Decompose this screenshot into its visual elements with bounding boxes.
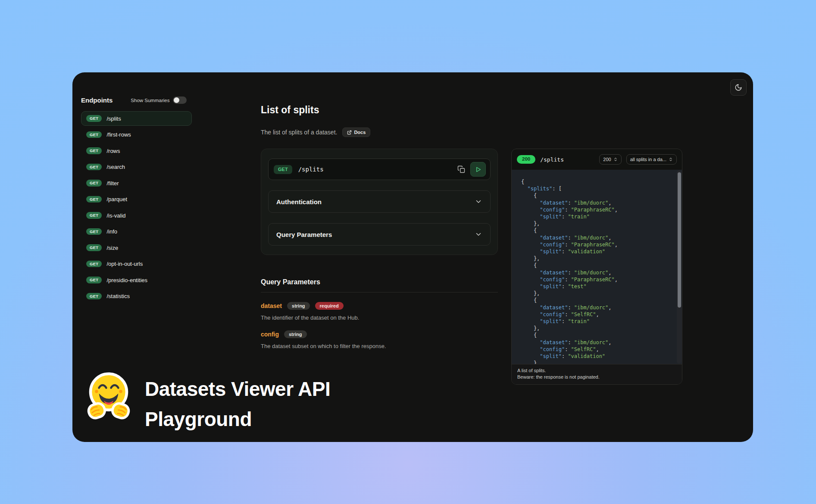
endpoint-path: /parquet bbox=[106, 196, 127, 202]
query-parameters-heading: Query Parameters bbox=[261, 278, 498, 292]
status-badge: 200 bbox=[517, 155, 535, 164]
parameter-name: config bbox=[261, 331, 279, 338]
sidebar-item-size[interactable]: GET/size bbox=[81, 240, 192, 255]
method-badge: GET bbox=[86, 277, 102, 283]
sidebar-item-is-valid[interactable]: GET/is-valid bbox=[81, 208, 192, 223]
method-badge: GET bbox=[274, 165, 292, 174]
up-down-chevrons-icon bbox=[669, 157, 673, 162]
show-summaries-toggle[interactable] bbox=[173, 96, 187, 104]
parameter-required-badge: required bbox=[315, 302, 344, 310]
method-badge: GET bbox=[86, 293, 102, 300]
app-title: Datasets Viewer API Playground bbox=[145, 370, 330, 434]
hugging-face-logo bbox=[84, 370, 133, 422]
copy-button[interactable] bbox=[456, 164, 467, 175]
endpoint-path: /is-valid bbox=[106, 212, 125, 219]
sidebar-item-first-rows[interactable]: GET/first-rows bbox=[81, 128, 192, 142]
moon-icon bbox=[735, 84, 742, 91]
method-badge: GET bbox=[86, 180, 102, 187]
external-link-icon bbox=[347, 130, 352, 135]
endpoint-path: /filter bbox=[106, 180, 119, 187]
response-header: 200 /splits 200 all splits in a da... bbox=[512, 149, 682, 170]
method-badge: GET bbox=[86, 244, 102, 251]
method-badge: GET bbox=[86, 228, 102, 235]
parameter-config: configstringThe dataset subset on which … bbox=[261, 330, 498, 349]
status-code-select-value: 200 bbox=[603, 157, 611, 162]
docs-button-label: Docs bbox=[354, 130, 366, 135]
docs-button[interactable]: Docs bbox=[342, 128, 370, 137]
parameter-dataset: datasetstringrequiredThe identifier of t… bbox=[261, 302, 498, 321]
branding: Datasets Viewer API Playground bbox=[84, 370, 330, 434]
sidebar-item-presidio-entities[interactable]: GET/presidio-entities bbox=[81, 273, 192, 287]
parameter-list: datasetstringrequiredThe identifier of t… bbox=[261, 302, 498, 349]
sidebar-item-filter[interactable]: GET/filter bbox=[81, 176, 192, 190]
method-badge: GET bbox=[86, 261, 102, 268]
method-badge: GET bbox=[86, 164, 102, 171]
run-button[interactable] bbox=[470, 162, 486, 177]
request-bar: GET /splits bbox=[268, 159, 491, 180]
response-description-line: Beware: the response is not paginated. bbox=[517, 374, 676, 380]
endpoint-path: /info bbox=[106, 228, 117, 235]
accordion-authentication-label: Authentication bbox=[276, 198, 322, 205]
endpoint-list: GET/splitsGET/first-rowsGET/rowsGET/sear… bbox=[81, 111, 192, 304]
show-summaries-label: Show Summaries bbox=[131, 98, 169, 103]
sidebar-item-opt-in-out-urls[interactable]: GET/opt-in-out-urls bbox=[81, 257, 192, 271]
query-parameters-section: Query Parameters datasetstringrequiredTh… bbox=[261, 278, 498, 349]
page-subtitle: The list of splits of a dataset. bbox=[261, 129, 337, 136]
request-panel: GET /splits Authentication Query Paramet… bbox=[261, 149, 498, 255]
chevron-down-icon bbox=[475, 198, 482, 205]
response-panel: 200 /splits 200 all splits in a da... { … bbox=[511, 149, 682, 385]
endpoint-path: /presidio-entities bbox=[106, 277, 147, 283]
status-code-select[interactable]: 200 bbox=[599, 154, 621, 165]
dark-mode-toggle-button[interactable] bbox=[730, 79, 747, 96]
response-description-line: A list of splits. bbox=[517, 367, 676, 374]
chevron-down-icon bbox=[475, 230, 482, 238]
example-select[interactable]: all splits in a da... bbox=[626, 154, 677, 165]
sidebar-header: Endpoints Show Summaries bbox=[81, 96, 202, 104]
parameter-name: dataset bbox=[261, 302, 282, 309]
play-icon bbox=[475, 166, 481, 173]
scrollbar-thumb[interactable] bbox=[678, 172, 681, 308]
sidebar-item-info[interactable]: GET/info bbox=[81, 224, 192, 239]
response-json-viewer[interactable]: { "splits": [ { "dataset": "ibm/duorc", … bbox=[512, 170, 682, 364]
up-down-chevrons-icon bbox=[613, 157, 618, 162]
app-title-line2: Playground bbox=[145, 404, 330, 434]
accordion-authentication[interactable]: Authentication bbox=[268, 190, 491, 213]
endpoints-title: Endpoints bbox=[81, 96, 113, 104]
method-badge: GET bbox=[86, 212, 102, 219]
method-badge: GET bbox=[86, 196, 102, 203]
toggle-knob bbox=[174, 97, 179, 103]
response-description: A list of splits. Beware: the response i… bbox=[512, 364, 682, 384]
example-select-value: all splits in a da... bbox=[630, 157, 666, 162]
accordion-query-parameters[interactable]: Query Parameters bbox=[268, 223, 491, 246]
endpoint-path: /opt-in-out-urls bbox=[106, 261, 143, 267]
sidebar-item-splits[interactable]: GET/splits bbox=[81, 111, 192, 126]
sidebar-item-rows[interactable]: GET/rows bbox=[81, 143, 192, 158]
app-title-line1: Datasets Viewer API bbox=[145, 374, 330, 404]
method-badge: GET bbox=[86, 147, 102, 154]
endpoint-path: /statistics bbox=[106, 293, 129, 299]
parameter-type-badge: string bbox=[284, 330, 307, 338]
scrollbar-track[interactable] bbox=[677, 170, 682, 364]
sidebar-item-search[interactable]: GET/search bbox=[81, 160, 192, 174]
sidebar-item-parquet[interactable]: GET/parquet bbox=[81, 192, 192, 207]
method-badge: GET bbox=[86, 131, 102, 138]
response-json-code: { "splits": [ { "dataset": "ibm/duorc", … bbox=[512, 170, 682, 364]
request-path: /splits bbox=[298, 166, 324, 173]
accordion-query-parameters-label: Query Parameters bbox=[276, 231, 332, 238]
endpoint-path: /search bbox=[106, 164, 125, 170]
response-path: /splits bbox=[540, 156, 564, 163]
endpoint-path: /size bbox=[106, 245, 118, 251]
method-badge: GET bbox=[86, 115, 102, 122]
copy-icon bbox=[457, 165, 465, 173]
endpoint-path: /first-rows bbox=[106, 131, 131, 138]
app-window: Endpoints Show Summaries GET/splitsGET/f… bbox=[72, 72, 753, 442]
parameter-description: The identifier of the dataset on the Hub… bbox=[261, 314, 498, 321]
page-title: List of splits bbox=[261, 104, 319, 116]
endpoint-path: /splits bbox=[106, 115, 121, 122]
parameter-type-badge: string bbox=[287, 302, 310, 310]
endpoint-path: /rows bbox=[106, 148, 120, 154]
parameter-description: The dataset subset on which to filter th… bbox=[261, 343, 498, 349]
sidebar-item-statistics[interactable]: GET/statistics bbox=[81, 289, 192, 304]
